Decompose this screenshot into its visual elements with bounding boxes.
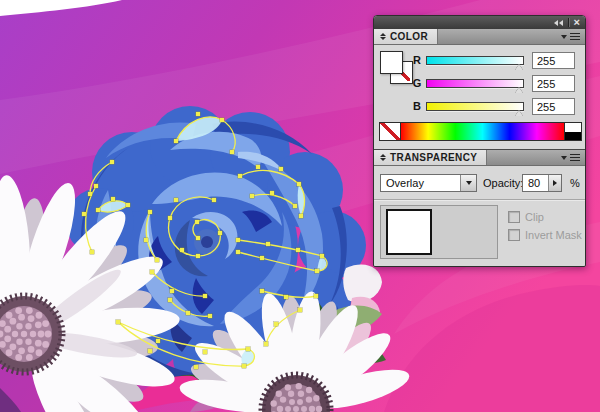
tab-color[interactable]: COLOR <box>374 29 438 44</box>
object-thumbnail[interactable] <box>386 209 432 255</box>
invert-mask-checkbox[interactable] <box>508 229 520 241</box>
collapse-to-icons-icon[interactable] <box>553 20 563 26</box>
opacity-label: Opacity: <box>483 177 523 189</box>
transparency-panel-title: TRANSPARENCY <box>390 152 477 163</box>
color-panel-title: COLOR <box>390 31 428 42</box>
invert-mask-label: Invert Mask <box>525 229 582 241</box>
transparency-panel-menu-icon[interactable] <box>561 154 580 161</box>
panel-group: × COLOR R <box>373 15 586 267</box>
opacity-slider-arrow-icon[interactable] <box>548 175 561 191</box>
transparency-tabrow: TRANSPARENCY <box>374 149 585 166</box>
panel-group-titlebar[interactable]: × <box>374 16 585 29</box>
green-slider-thumb[interactable] <box>515 87 523 93</box>
blend-mode-dropdown[interactable]: Overlay <box>380 174 477 192</box>
panel-minimize-icon[interactable] <box>380 33 386 40</box>
green-value-input[interactable] <box>532 75 575 92</box>
transparency-panel: TRANSPARENCY Overlay Opacity: % <box>374 149 585 266</box>
channel-row-r: R <box>374 53 585 69</box>
illustrator-workspace: × COLOR R <box>0 0 600 412</box>
tab-transparency[interactable]: TRANSPARENCY <box>374 150 487 165</box>
channel-label-b: B <box>410 100 424 112</box>
channel-row-g: G <box>374 76 585 92</box>
color-panel: COLOR R G <box>374 29 585 149</box>
clip-checkbox[interactable] <box>508 211 520 223</box>
dropdown-arrow-icon[interactable] <box>460 175 476 191</box>
white-black-swatch[interactable] <box>564 123 581 140</box>
spectrum-ramp[interactable] <box>401 123 564 140</box>
color-panel-content: R G B <box>374 45 585 149</box>
channel-row-b: B <box>374 99 585 115</box>
object-thumbnail-well <box>380 205 498 259</box>
blue-slider-thumb[interactable] <box>515 110 523 116</box>
blend-mode-value: Overlay <box>381 175 460 191</box>
red-value-input[interactable] <box>532 52 575 69</box>
opacity-input[interactable] <box>523 175 548 191</box>
red-slider-thumb[interactable] <box>515 64 523 70</box>
color-tabrow: COLOR <box>374 29 585 45</box>
divider <box>374 199 585 200</box>
clip-label: Clip <box>525 211 544 223</box>
titlebar-divider <box>568 18 569 27</box>
opacity-field[interactable] <box>522 174 562 192</box>
color-panel-menu-icon[interactable] <box>561 33 580 40</box>
percent-sign: % <box>570 177 580 189</box>
none-color-swatch[interactable] <box>380 123 401 140</box>
panel-minimize-icon[interactable] <box>380 154 386 161</box>
green-slider-track[interactable] <box>426 79 524 88</box>
red-slider-track[interactable] <box>426 56 524 65</box>
channel-label-r: R <box>410 54 424 66</box>
channel-label-g: G <box>410 77 424 89</box>
color-spectrum-bar[interactable] <box>379 122 582 141</box>
transparency-panel-content: Overlay Opacity: % Clip Invert Mask <box>374 166 585 266</box>
close-icon[interactable]: × <box>574 18 580 27</box>
blue-value-input[interactable] <box>532 98 575 115</box>
blue-slider-track[interactable] <box>426 102 524 111</box>
